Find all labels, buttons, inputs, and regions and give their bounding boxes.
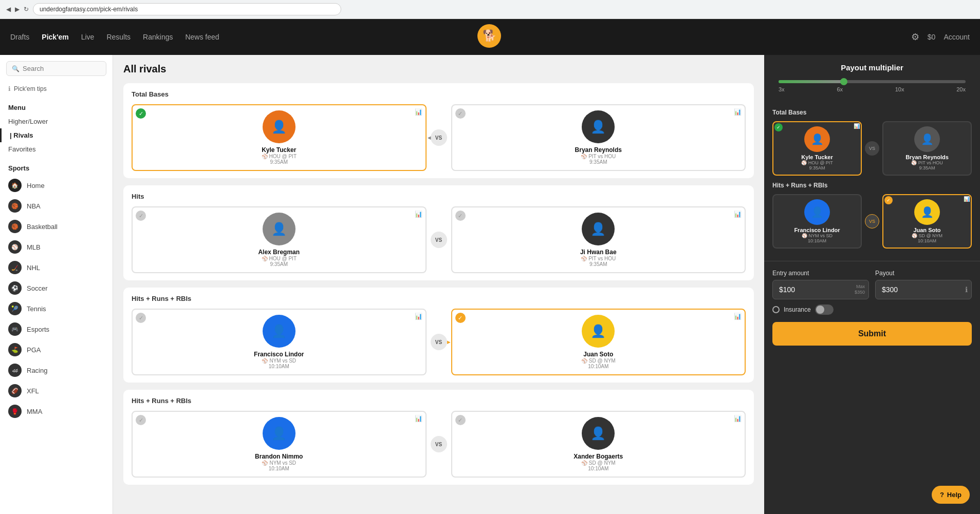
account-link[interactable]: Account	[944, 33, 970, 41]
nav-pickem[interactable]: Pick'em	[42, 29, 68, 45]
payout-title: Payout multiplier	[774, 63, 970, 72]
sport-tennis[interactable]: 🎾 Tennis	[0, 298, 113, 319]
payout-group: Payout ℹ	[875, 270, 972, 299]
payout-input[interactable]	[875, 280, 972, 299]
sport-xfl-label: XFL	[27, 387, 39, 395]
picks-panel: Total Bases ✓ 📊 👤 Kyle Tucker ⚾ HOU @ PI…	[764, 101, 980, 261]
nav-live[interactable]: Live	[81, 29, 95, 45]
sports-section-label: Sports	[0, 160, 113, 175]
chart-icon-xander-bogaerts[interactable]: 📊	[734, 415, 742, 422]
sport-pga[interactable]: ⛳ PGA	[0, 339, 113, 360]
sport-basketball[interactable]: 🏀 Basketball	[0, 216, 113, 237]
multiplier-slider[interactable]: 3x 6x 10x 20x	[774, 78, 970, 94]
insurance-toggle[interactable]	[815, 304, 834, 315]
player-card-francisco-lindor[interactable]: ✓ 📊 👤 Francisco Lindor ⚾ NYM vs SD 10:10…	[132, 309, 427, 375]
nav-links: Drafts Pick'em Live Results Rankings New…	[10, 29, 219, 45]
sport-home-label: Home	[27, 182, 45, 189]
chart-icon-ji-hwan-bae[interactable]: 📊	[734, 211, 742, 218]
sidebar: 🔍 ℹ Pick'em tips Menu Higher/Lower | Riv…	[0, 55, 113, 514]
submit-button[interactable]: Submit	[772, 322, 972, 346]
multiplier-6x: 6x	[837, 86, 843, 92]
pick-card-juan-soto[interactable]: ✓ 📊 👤 Juan Soto ⚾ SD @ NYM 10:10AM	[882, 194, 972, 249]
payout-header: Payout multiplier 3x 6x 10x 20x	[764, 55, 980, 101]
settings-icon[interactable]: ⚙	[911, 31, 919, 43]
mma-icon: 🥊	[8, 405, 22, 418]
nav-rankings[interactable]: Rankings	[143, 29, 173, 45]
player-card-xander-bogaerts[interactable]: ✓ 📊 👤 Xander Bogaerts ⚾ SD @ NYM 10:10AM	[451, 411, 746, 478]
pick-avatar-francisco-lindor: 👤	[804, 199, 830, 225]
pickem-tips-label: Pick'em tips	[14, 85, 47, 92]
kyle-tucker-avatar: 👤	[263, 110, 295, 143]
pick-vs-0: VS	[865, 141, 879, 156]
player-card-kyle-tucker[interactable]: ✓ 📊 👤 Kyle Tucker ⚾ HOU @ PIT 9:35AM	[132, 104, 427, 171]
nav-results[interactable]: Results	[106, 29, 131, 45]
site-logo[interactable]: 🐕	[477, 24, 503, 50]
nav-newsfeed[interactable]: News feed	[185, 29, 219, 45]
payout-info-icon[interactable]: ℹ	[965, 285, 968, 294]
player-card-ji-hwan-bae[interactable]: ✓ 📊 👤 Ji Hwan Bae ⚾ PIT vs HOU 9:35AM	[451, 206, 746, 273]
chart-icon-kyle-tucker[interactable]: 📊	[415, 108, 422, 116]
top-nav: Drafts Pick'em Live Results Rankings New…	[0, 19, 980, 55]
sport-esports-label: Esports	[27, 326, 49, 333]
pick-card-bryan-reynolds[interactable]: 👤 Bryan Reynolds ⚾ PIT vs HOU 9:35AM	[882, 121, 972, 176]
check-badge-ji-hwan-bae: ✓	[455, 211, 466, 221]
chart-icon-bryan-reynolds[interactable]: 📊	[734, 108, 742, 116]
sport-nba[interactable]: 🏀 NBA	[0, 196, 113, 216]
chart-icon-alex-bregman[interactable]: 📊	[415, 211, 422, 218]
nav-drafts[interactable]: Drafts	[10, 29, 29, 45]
sport-nhl[interactable]: 🏒 NHL	[0, 257, 113, 278]
sport-racing[interactable]: 🏎 Racing	[0, 360, 113, 380]
francisco-lindor-name: Francisco Lindor	[138, 351, 420, 358]
pick-sub-francisco-lindor: ⚾ NYM vs SD 10:10AM	[778, 233, 857, 243]
pick-card-kyle-tucker[interactable]: ✓ 📊 👤 Kyle Tucker ⚾ HOU @ PIT 9:35AM	[772, 121, 862, 176]
pickem-tips[interactable]: ℹ Pick'em tips	[0, 82, 113, 96]
category-label-hits: Hits	[132, 193, 746, 200]
bryan-reynolds-team: ⚾ PIT vs HOU	[457, 154, 740, 159]
player-card-alex-bregman[interactable]: ✓ 📊 👤 Alex Bregman ⚾ HOU @ PIT 9:35AM	[132, 206, 427, 273]
menu-favorites[interactable]: Favorites	[0, 142, 113, 156]
content-area: All rivals Total Bases ✓ 📊 👤 Kyle Tucker…	[113, 55, 980, 514]
pick-chart-kyle-tucker[interactable]: 📊	[854, 123, 860, 129]
sport-xfl[interactable]: 🏈 XFL	[0, 380, 113, 401]
ji-hwan-bae-time: 9:35AM	[457, 261, 740, 267]
player-card-brandon-nimmo[interactable]: ✓ 📊 👤 Brandon Nimmo ⚾ NYM vs SD 10:10AM	[132, 411, 427, 478]
pick-check-juan-soto: ✓	[884, 196, 893, 204]
back-icon[interactable]: ◀	[6, 6, 11, 13]
chart-icon-brandon-nimmo[interactable]: 📊	[415, 415, 422, 422]
kyle-tucker-team: ⚾ HOU @ PIT	[138, 154, 420, 159]
picks-category-total-bases: Total Bases	[772, 109, 972, 116]
vs-badge-2: VS	[431, 334, 447, 350]
sport-mlb[interactable]: ⚾ MLB	[0, 237, 113, 257]
entry-section: Entry amount Max$350 Payout ℹ	[764, 261, 980, 354]
vs-badge-1: VS	[431, 232, 447, 248]
juan-soto-avatar: 👤	[582, 315, 615, 348]
help-button[interactable]: ? Help	[932, 486, 970, 504]
pick-card-francisco-lindor[interactable]: 👤 Francisco Lindor ⚾ NYM vs SD 10:10AM	[772, 194, 862, 249]
sport-mma[interactable]: 🥊 MMA	[0, 401, 113, 422]
pick-chart-juan-soto[interactable]: 📊	[964, 196, 970, 202]
sport-home[interactable]: 🏠 Home	[0, 175, 113, 196]
rivals-panel: All rivals Total Bases ✓ 📊 👤 Kyle Tucker…	[113, 55, 764, 514]
chart-icon-juan-soto[interactable]: 📊	[734, 313, 742, 320]
entry-max-label: Max$350	[855, 284, 865, 295]
payout-label: Payout	[875, 270, 972, 277]
search-box: 🔍	[6, 61, 106, 76]
menu-rivals[interactable]: | Rivals	[0, 128, 113, 142]
chart-icon-francisco-lindor[interactable]: 📊	[415, 313, 422, 320]
search-input[interactable]	[23, 65, 101, 72]
sport-soccer[interactable]: ⚽ Soccer	[0, 278, 113, 298]
sport-esports[interactable]: 🎮 Esports	[0, 319, 113, 339]
tennis-icon: 🎾	[8, 302, 22, 315]
player-card-juan-soto[interactable]: ✓ 📊 👤 Juan Soto ⚾ SD @ NYM 10:10AM	[451, 309, 746, 375]
insurance-row: Insurance	[772, 304, 972, 315]
reload-icon[interactable]: ↻	[24, 6, 29, 13]
juan-soto-time: 10:10AM	[457, 364, 740, 369]
forward-icon[interactable]: ▶	[15, 6, 20, 13]
matchup-row-0: ✓ 📊 👤 Kyle Tucker ⚾ HOU @ PIT 9:35AM VS …	[132, 104, 746, 171]
menu-higher-lower[interactable]: Higher/Lower	[0, 115, 113, 128]
url-bar[interactable]: underdogfantasy.com/pick-em/rivals	[33, 3, 341, 15]
menu-section-label: Menu	[0, 100, 113, 115]
player-card-bryan-reynolds[interactable]: ✓ 📊 👤 Bryan Reynolds ⚾ PIT vs HOU 9:35AM	[451, 104, 746, 171]
sport-pga-label: PGA	[27, 346, 41, 354]
ji-hwan-bae-avatar: 👤	[582, 213, 615, 245]
